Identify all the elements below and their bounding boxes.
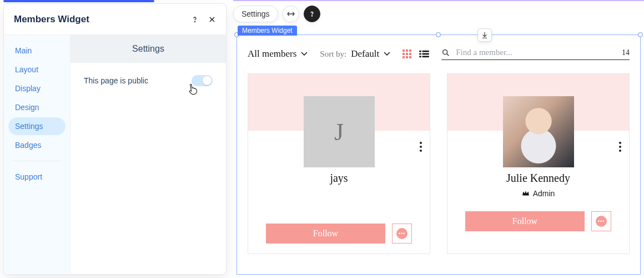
selection-tag[interactable]: Members Widget — [238, 26, 297, 36]
panel-title: Members Widget — [14, 14, 89, 25]
panel-sidebar: Main Layout Display Design Settings Badg… — [4, 35, 71, 274]
svg-point-0 — [194, 21, 195, 22]
content-header: Settings — [71, 35, 226, 63]
sidebar-item-badges[interactable]: Badges — [8, 136, 66, 154]
sidebar-item-settings[interactable]: Settings — [8, 117, 66, 135]
sidebar-item-support[interactable]: Support — [8, 168, 66, 186]
panel-content: Settings This page is public — [71, 35, 226, 274]
close-icon[interactable] — [208, 16, 216, 23]
help-pill-icon[interactable] — [304, 6, 320, 22]
loading-bar — [3, 0, 154, 2]
svg-point-1 — [311, 16, 312, 16]
resize-handle-tr[interactable] — [638, 32, 643, 37]
sidebar-item-design[interactable]: Design — [8, 98, 66, 116]
floating-toolbar: Settings — [233, 6, 320, 22]
public-toggle-label: This page is public — [84, 76, 148, 85]
widget-settings-panel: Members Widget Main Layout Display Desig… — [3, 3, 227, 275]
stretch-icon[interactable] — [283, 6, 299, 22]
sidebar-item-main[interactable]: Main — [8, 42, 66, 59]
toggle-knob — [203, 76, 212, 85]
anchor-icon[interactable] — [477, 28, 492, 42]
public-toggle-row: This page is public — [84, 75, 213, 86]
help-icon[interactable] — [190, 15, 199, 24]
sidebar-divider — [13, 161, 61, 161]
selection-box — [237, 34, 641, 275]
page-top-accent — [233, 0, 644, 1]
floating-settings-pill[interactable]: Settings — [233, 6, 278, 22]
sidebar-item-display[interactable]: Display — [8, 80, 66, 97]
panel-header: Members Widget — [4, 4, 226, 35]
sidebar-item-layout[interactable]: Layout — [8, 61, 66, 78]
public-toggle[interactable] — [192, 75, 213, 86]
resize-handle-tm[interactable] — [436, 32, 441, 37]
